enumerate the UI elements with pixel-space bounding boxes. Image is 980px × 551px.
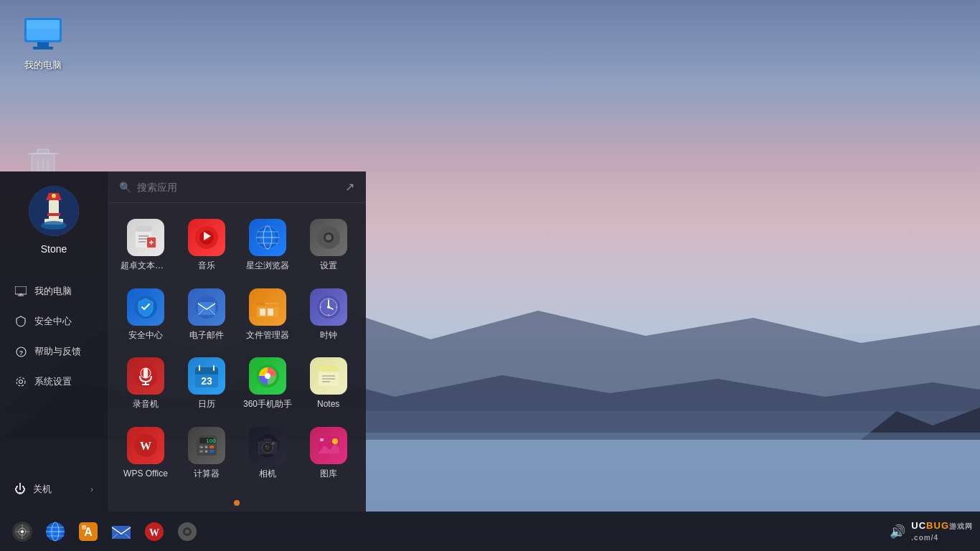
app-security[interactable]: 安全中心 [115,280,176,349]
app-gallery[interactable]: 图库 [298,418,359,487]
help-icon: ? [14,345,27,358]
sidebar-nav-security[interactable]: 安全中心 [0,306,108,336]
svg-text:+: + [205,448,207,453]
start-menu: Stone 我的电脑 安全中心 [0,171,366,512]
svg-rect-51 [327,226,330,230]
security-icon [127,288,164,326]
wps-icon: W [127,427,164,464]
svg-rect-80 [195,372,218,375]
recorder-icon [127,357,164,395]
user-name: Stone [41,243,67,255]
svg-text:W: W [149,527,159,538]
email-icon [188,288,225,326]
app-text-editor[interactable]: 超卓文本编辑... [115,210,176,279]
app-browser[interactable]: 星尘浏览器 [237,210,298,279]
user-avatar[interactable] [29,186,79,236]
my-computer-label: 我的电脑 [24,59,62,72]
app-camera[interactable]: 相机 [237,418,298,487]
app-filemanager[interactable]: 文件管理器 [237,280,298,349]
monitor-icon [14,285,27,298]
svg-rect-145 [186,537,189,541]
app-calculator[interactable]: 100 ÷ × − + 计算器 [176,418,237,487]
svg-marker-109 [263,438,272,441]
svg-rect-144 [186,522,189,526]
search-icon: 🔍 [119,182,131,193]
pagination-dots [108,494,366,512]
search-input[interactable] [137,182,345,193]
svg-point-126 [21,530,24,533]
calendar-icon: 23 [188,357,225,395]
notes-label: Notes [317,399,339,409]
svg-text:W: W [140,440,151,452]
pagination-dot-active [234,500,240,506]
sidebar-nav-my-computer[interactable]: 我的电脑 [0,276,108,306]
svg-point-119 [332,438,338,444]
clock-icon [310,288,347,326]
camera-label: 相机 [259,468,276,479]
calculator-label: 计算器 [194,468,220,479]
svg-text:?: ? [19,349,23,356]
app-wps[interactable]: W WPS Office [115,418,176,487]
sidebar-nav-system-settings[interactable]: 系统设置 [0,367,108,397]
calendar-label: 日历 [198,399,215,409]
settings-label: 设置 [320,260,337,270]
svg-text:−: − [201,448,203,453]
shutdown-item[interactable]: ⏻ 关机 › [0,474,108,504]
app-settings[interactable]: 设置 [298,210,359,279]
app-notes[interactable]: Notes [298,349,359,418]
app-email[interactable]: 电子邮件 [176,280,237,349]
text-editor-icon [127,219,164,256]
calculator-icon: 100 ÷ × − + [188,427,225,464]
svg-rect-88 [319,366,339,372]
search-bar: 🔍 ↗ [108,171,366,203]
taskbar-wps[interactable]: W [139,517,169,547]
sidebar-nav-help[interactable]: ? 帮助与反馈 [0,336,108,367]
taskbar-right: 🔊 UCBUG游戏网 .com/4 [890,520,973,542]
settings-icon [310,219,347,256]
svg-point-28 [19,380,23,384]
svg-rect-61 [257,304,278,307]
svg-rect-52 [327,245,330,249]
svg-text:100: 100 [207,438,217,444]
svg-rect-146 [178,530,182,533]
shutdown-arrow: › [90,484,93,494]
svg-rect-75 [143,368,148,378]
taskbar-launcher[interactable] [7,517,37,547]
taskbar-settings[interactable] [172,517,202,547]
app-360mobile[interactable]: 360手机助手 [237,349,298,418]
text-editor-label: 超卓文本编辑... [121,260,171,270]
taskbar-browser[interactable] [40,517,70,547]
watermark: UCBUG游戏网 .com/4 [911,520,973,542]
svg-rect-31 [136,226,151,232]
browser-icon [249,219,286,256]
svg-point-22 [52,194,56,198]
svg-rect-63 [268,309,273,316]
taskbar-email[interactable] [106,517,136,547]
svg-point-143 [185,529,189,534]
svg-point-113 [265,446,267,447]
svg-rect-147 [193,530,197,533]
svg-point-29 [17,377,25,386]
taskbar-appstore[interactable]: A [73,517,103,547]
power-icon: ⏻ [14,483,26,496]
browser-label: 星尘浏览器 [246,260,289,270]
desktop-icons-container: 我的电脑 [14,14,72,184]
app-calendar[interactable]: 23 日历 [176,349,237,418]
music-label: 音乐 [198,260,215,270]
app-music[interactable]: 音乐 [176,210,237,279]
music-icon [188,219,225,256]
svg-point-21 [41,221,67,230]
svg-rect-136 [112,526,131,539]
sidebar-nav: 我的电脑 安全中心 ? 帮助与反馈 [0,276,108,474]
volume-icon[interactable]: 🔊 [890,524,905,540]
app-recorder[interactable]: 录音机 [115,349,176,418]
svg-rect-62 [260,309,265,316]
app-clock[interactable]: 时钟 [298,280,359,349]
notes-icon [310,357,347,395]
gear-icon [14,375,27,388]
expand-icon[interactable]: ↗ [345,180,354,194]
svg-rect-12 [37,149,49,154]
desktop-icon-my-computer[interactable]: 我的电脑 [14,14,72,72]
svg-rect-57 [198,302,215,315]
sidebar-nav-my-computer-label: 我的电脑 [34,285,72,298]
